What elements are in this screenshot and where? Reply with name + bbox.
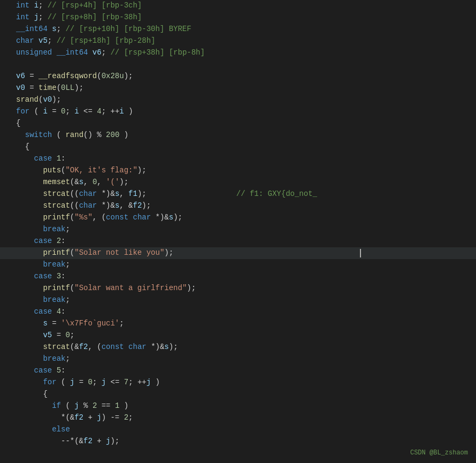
code-line-22: printf("Solar not like you"); bbox=[0, 247, 476, 259]
code-line-14: case 1: bbox=[0, 153, 476, 165]
code-line-36: *(&f2 + j) -= 2; bbox=[0, 412, 476, 424]
code-line-9: srand(v0); bbox=[0, 94, 476, 106]
code-line-27: case 4: bbox=[0, 306, 476, 318]
code-line-31: break; bbox=[0, 353, 476, 365]
code-editor: int i; // [rsp+4h] [rbp-3ch] int j; // [… bbox=[0, 0, 476, 463]
code-line-10: for ( i = 0; i <= 4; ++i ) bbox=[0, 106, 476, 118]
code-line-12: switch ( rand() % 200 ) bbox=[0, 130, 476, 141]
code-line-8: v0 = time(0LL); bbox=[0, 82, 476, 94]
code-line-19: printf("%s", (const char *)&s); bbox=[0, 212, 476, 224]
code-line-29: v5 = 0; bbox=[0, 330, 476, 341]
code-line-5: unsigned __int64 v6; // [rsp+38h] [rbp-8… bbox=[0, 47, 476, 59]
code-line-1: int i; // [rsp+4h] [rbp-3ch] bbox=[0, 0, 476, 12]
code-line-25: printf("Solar want a girlfriend"); bbox=[0, 283, 476, 294]
code-line-35: if ( j % 2 == 1 ) bbox=[0, 400, 476, 412]
code-line-18: strcat((char *)&s, &f2); bbox=[0, 200, 476, 212]
code-line-32: case 5: bbox=[0, 365, 476, 377]
code-line-4: char v5; // [rsp+18h] [rbp-28h] bbox=[0, 35, 476, 47]
code-line-21: case 2: bbox=[0, 236, 476, 247]
code-line-26: break; bbox=[0, 294, 476, 306]
code-line-13: { bbox=[0, 141, 476, 153]
code-line-6 bbox=[0, 59, 476, 71]
code-line-16: memset(&s, 0, '('); bbox=[0, 177, 476, 188]
code-line-28: s = '\x7Ffo`guci'; bbox=[0, 318, 476, 330]
code-line-33: for ( j = 0; j <= 7; ++j ) bbox=[0, 377, 476, 389]
code-line-23: break; bbox=[0, 259, 476, 271]
watermark: CSDN @BL_zshaom bbox=[410, 448, 468, 458]
code-line-20: break; bbox=[0, 224, 476, 236]
code-line-17: strcat((char *)&s, f1); // f1: GXY{do_no… bbox=[0, 188, 476, 200]
code-line-11: { bbox=[0, 118, 476, 130]
code-line-38: --*(&f2 + j); bbox=[0, 436, 476, 447]
code-line-3: __int64 s; // [rsp+10h] [rbp-30h] BYREF bbox=[0, 24, 476, 35]
code-line-15: puts("OK, it's flag:"); bbox=[0, 165, 476, 177]
code-line-24: case 3: bbox=[0, 271, 476, 283]
code-line-7: v6 = __readfsqword(0x28u); bbox=[0, 71, 476, 82]
code-line-34: { bbox=[0, 389, 476, 400]
code-line-30: strcat(&f2, (const char *)&s); bbox=[0, 341, 476, 353]
text-cursor bbox=[360, 249, 361, 257]
code-line-37: else bbox=[0, 424, 476, 436]
code-line-2: int j; // [rsp+8h] [rbp-38h] bbox=[0, 12, 476, 24]
